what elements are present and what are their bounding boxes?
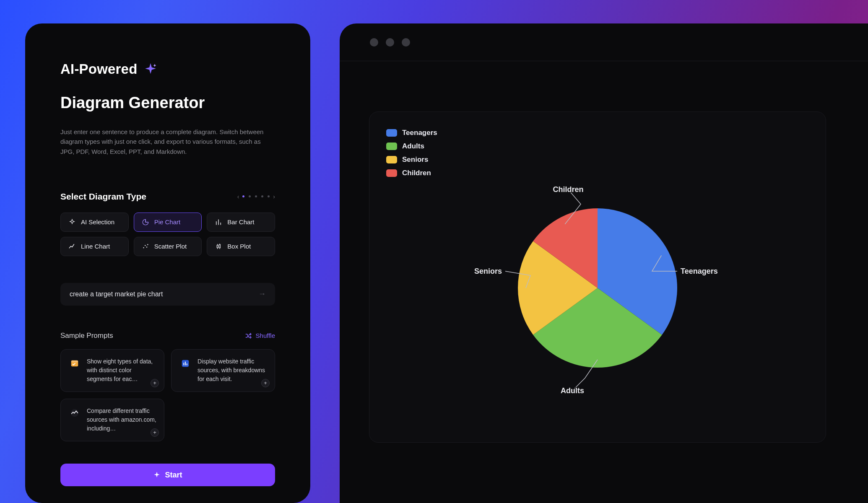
pager-dot[interactable] (255, 195, 257, 197)
slice-label-children: Children (553, 185, 583, 194)
legend-label: Children (402, 169, 431, 177)
diagram-type-section-title: Select Diagram Type (60, 192, 146, 202)
shuffle-icon (245, 332, 252, 340)
sample-icon (179, 357, 192, 370)
legend-swatch (386, 169, 397, 177)
start-label: Start (165, 471, 182, 480)
sample-text: Show eight types of data, with distinct … (87, 357, 156, 386)
legend-label: Teenagers (402, 129, 437, 137)
diagram-type-bar-chart[interactable]: Bar Chart (207, 213, 275, 232)
diagram-type-line-chart[interactable]: Line Chart (60, 237, 129, 256)
line-chart-icon (68, 243, 76, 250)
bar-chart-icon (215, 218, 222, 226)
badge-text: AI-Powered (60, 61, 138, 77)
sample-prompt-card[interactable]: Compare different traffic sources with a… (60, 399, 164, 441)
svg-point-2 (146, 246, 147, 247)
slice-label-seniors: Seniors (474, 267, 502, 275)
pager-next-icon[interactable]: › (273, 193, 275, 200)
diagram-type-label: AI Selection (81, 218, 114, 226)
diagram-type-label: Bar Chart (227, 218, 254, 226)
box-plot-icon (215, 243, 222, 250)
legend-swatch (386, 129, 397, 137)
legend-item: Adults (386, 142, 809, 150)
slice-label-teenagers: Teenagers (681, 267, 718, 275)
sparkle-icon (153, 471, 161, 479)
shuffle-label: Shuffle (256, 332, 275, 339)
sample-prompts-title: Sample Prompts (60, 332, 113, 340)
start-button[interactable]: Start (60, 464, 275, 486)
diagram-type-scatter-plot[interactable]: Scatter Plot (134, 237, 202, 256)
legend-label: Adults (402, 142, 424, 150)
svg-rect-7 (71, 360, 78, 362)
svg-rect-4 (217, 245, 218, 248)
pager-dot[interactable] (242, 195, 244, 197)
preview-window: Teenagers Adults Seniors Children Teenag… (340, 23, 868, 503)
sample-icon (68, 357, 81, 370)
diagram-type-label: Pie Chart (154, 218, 181, 226)
svg-rect-5 (219, 244, 221, 248)
page-title: Diagram Generator (60, 94, 275, 112)
sample-prompt-card[interactable]: Show eight types of data, with distinct … (60, 349, 164, 392)
svg-point-3 (147, 244, 148, 245)
shuffle-button[interactable]: Shuffle (245, 332, 275, 340)
legend-swatch (386, 156, 397, 163)
add-sample-button[interactable]: + (151, 379, 159, 387)
add-sample-button[interactable]: + (151, 428, 159, 437)
diagram-type-pager: ‹ › (237, 193, 275, 200)
window-dot (370, 38, 378, 47)
svg-point-1 (145, 245, 146, 246)
sparkle-icon (143, 62, 158, 76)
prompt-submit-icon[interactable]: → (258, 290, 266, 298)
svg-point-0 (143, 247, 144, 248)
slice-label-adults: Adults (561, 386, 584, 395)
scatter-plot-icon (142, 243, 149, 250)
pager-dot[interactable] (249, 195, 251, 197)
add-sample-button[interactable]: + (261, 379, 270, 387)
sample-icon (68, 407, 81, 419)
diagram-type-label: Scatter Plot (154, 243, 187, 250)
prompt-input[interactable] (70, 290, 258, 298)
window-dot (386, 38, 394, 47)
diagram-type-label: Line Chart (81, 243, 110, 250)
diagram-type-ai-selection[interactable]: AI Selection (60, 213, 129, 232)
diagram-type-label: Box Plot (227, 243, 251, 250)
chart-container: Teenagers Adults Seniors Children Teenag… (369, 111, 826, 443)
sample-text: Display website traffic sources, with br… (198, 357, 267, 386)
ai-powered-badge: AI-Powered (60, 61, 275, 77)
pie-chart-icon (142, 218, 149, 226)
diagram-type-box-plot[interactable]: Box Plot (207, 237, 275, 256)
pager-prev-icon[interactable]: ‹ (237, 193, 239, 200)
sample-text: Compare different traffic sources with a… (87, 407, 156, 435)
pager-dot[interactable] (268, 195, 270, 197)
legend-item: Teenagers (386, 129, 809, 137)
window-dot (402, 38, 410, 47)
window-controls (340, 23, 868, 61)
pie-chart: TeenagersAdultsSeniorsChildren (468, 166, 728, 401)
legend-label: Seniors (402, 156, 428, 164)
pager-dot[interactable] (261, 195, 263, 197)
page-description: Just enter one sentence to produce a com… (60, 127, 275, 156)
legend-swatch (386, 143, 397, 150)
legend-item: Seniors (386, 156, 809, 164)
sample-prompt-card[interactable]: Display website traffic sources, with br… (171, 349, 275, 392)
ai-selection-icon (68, 218, 76, 226)
diagram-type-pie-chart[interactable]: Pie Chart (134, 213, 202, 232)
generator-panel: AI-Powered Diagram Generator Just enter … (25, 23, 310, 503)
prompt-input-wrap: → (60, 283, 275, 306)
